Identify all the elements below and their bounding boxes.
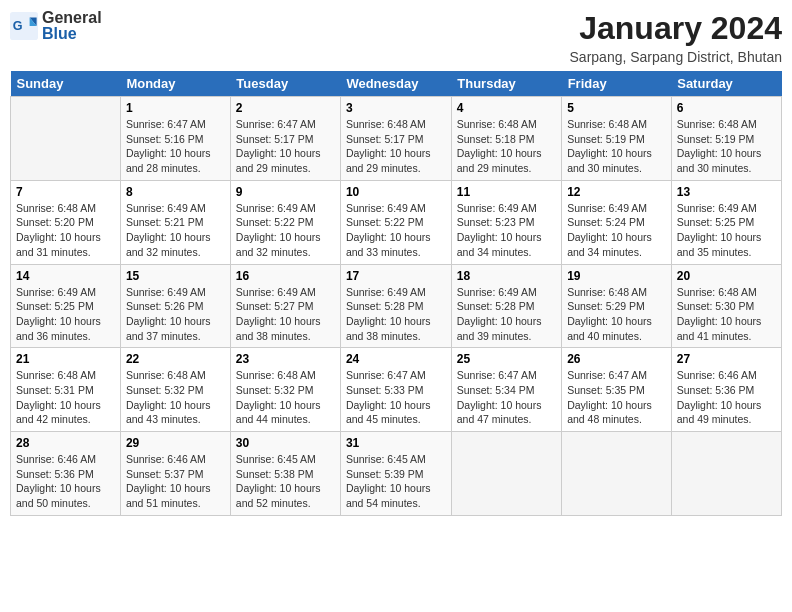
- calendar-cell: 30Sunrise: 6:45 AM Sunset: 5:38 PM Dayli…: [230, 432, 340, 516]
- weekday-header-friday: Friday: [562, 71, 672, 97]
- day-number: 19: [567, 269, 666, 283]
- calendar-cell: 8Sunrise: 6:49 AM Sunset: 5:21 PM Daylig…: [120, 180, 230, 264]
- day-info: Sunrise: 6:48 AM Sunset: 5:31 PM Dayligh…: [16, 368, 115, 427]
- day-number: 28: [16, 436, 115, 450]
- day-info: Sunrise: 6:48 AM Sunset: 5:29 PM Dayligh…: [567, 285, 666, 344]
- day-number: 20: [677, 269, 776, 283]
- day-number: 16: [236, 269, 335, 283]
- day-info: Sunrise: 6:45 AM Sunset: 5:38 PM Dayligh…: [236, 452, 335, 511]
- week-row-2: 7Sunrise: 6:48 AM Sunset: 5:20 PM Daylig…: [11, 180, 782, 264]
- day-info: Sunrise: 6:48 AM Sunset: 5:32 PM Dayligh…: [126, 368, 225, 427]
- calendar-cell: 29Sunrise: 6:46 AM Sunset: 5:37 PM Dayli…: [120, 432, 230, 516]
- day-info: Sunrise: 6:48 AM Sunset: 5:20 PM Dayligh…: [16, 201, 115, 260]
- weekday-header-sunday: Sunday: [11, 71, 121, 97]
- day-info: Sunrise: 6:49 AM Sunset: 5:24 PM Dayligh…: [567, 201, 666, 260]
- day-info: Sunrise: 6:48 AM Sunset: 5:17 PM Dayligh…: [346, 117, 446, 176]
- week-row-1: 1Sunrise: 6:47 AM Sunset: 5:16 PM Daylig…: [11, 97, 782, 181]
- calendar-cell: 17Sunrise: 6:49 AM Sunset: 5:28 PM Dayli…: [340, 264, 451, 348]
- calendar-cell: 5Sunrise: 6:48 AM Sunset: 5:19 PM Daylig…: [562, 97, 672, 181]
- weekday-header-monday: Monday: [120, 71, 230, 97]
- day-number: 23: [236, 352, 335, 366]
- calendar-cell: 2Sunrise: 6:47 AM Sunset: 5:17 PM Daylig…: [230, 97, 340, 181]
- logo-general: General: [42, 10, 102, 26]
- calendar-cell: 20Sunrise: 6:48 AM Sunset: 5:30 PM Dayli…: [671, 264, 781, 348]
- weekday-header-saturday: Saturday: [671, 71, 781, 97]
- day-number: 13: [677, 185, 776, 199]
- calendar-cell: 16Sunrise: 6:49 AM Sunset: 5:27 PM Dayli…: [230, 264, 340, 348]
- logo-text: General Blue: [42, 10, 102, 42]
- day-number: 25: [457, 352, 556, 366]
- day-number: 14: [16, 269, 115, 283]
- day-info: Sunrise: 6:47 AM Sunset: 5:17 PM Dayligh…: [236, 117, 335, 176]
- weekday-header-thursday: Thursday: [451, 71, 561, 97]
- title-block: January 2024 Sarpang, Sarpang District, …: [570, 10, 782, 65]
- day-number: 2: [236, 101, 335, 115]
- day-info: Sunrise: 6:49 AM Sunset: 5:23 PM Dayligh…: [457, 201, 556, 260]
- day-info: Sunrise: 6:49 AM Sunset: 5:28 PM Dayligh…: [346, 285, 446, 344]
- day-number: 29: [126, 436, 225, 450]
- svg-text:G: G: [13, 19, 23, 33]
- calendar-cell: [671, 432, 781, 516]
- week-row-4: 21Sunrise: 6:48 AM Sunset: 5:31 PM Dayli…: [11, 348, 782, 432]
- day-info: Sunrise: 6:49 AM Sunset: 5:22 PM Dayligh…: [346, 201, 446, 260]
- day-info: Sunrise: 6:47 AM Sunset: 5:33 PM Dayligh…: [346, 368, 446, 427]
- header: G General Blue January 2024 Sarpang, Sar…: [10, 10, 782, 65]
- day-number: 31: [346, 436, 446, 450]
- weekday-header-tuesday: Tuesday: [230, 71, 340, 97]
- calendar-table: SundayMondayTuesdayWednesdayThursdayFrid…: [10, 71, 782, 516]
- calendar-cell: 26Sunrise: 6:47 AM Sunset: 5:35 PM Dayli…: [562, 348, 672, 432]
- calendar-cell: 3Sunrise: 6:48 AM Sunset: 5:17 PM Daylig…: [340, 97, 451, 181]
- day-number: 12: [567, 185, 666, 199]
- weekday-header-row: SundayMondayTuesdayWednesdayThursdayFrid…: [11, 71, 782, 97]
- day-number: 18: [457, 269, 556, 283]
- day-number: 15: [126, 269, 225, 283]
- logo-icon: G: [10, 12, 38, 40]
- day-number: 6: [677, 101, 776, 115]
- calendar-cell: 19Sunrise: 6:48 AM Sunset: 5:29 PM Dayli…: [562, 264, 672, 348]
- calendar-cell: 11Sunrise: 6:49 AM Sunset: 5:23 PM Dayli…: [451, 180, 561, 264]
- day-info: Sunrise: 6:49 AM Sunset: 5:27 PM Dayligh…: [236, 285, 335, 344]
- day-number: 1: [126, 101, 225, 115]
- day-number: 4: [457, 101, 556, 115]
- logo: G General Blue: [10, 10, 102, 42]
- day-number: 7: [16, 185, 115, 199]
- day-number: 9: [236, 185, 335, 199]
- day-info: Sunrise: 6:46 AM Sunset: 5:36 PM Dayligh…: [677, 368, 776, 427]
- day-number: 5: [567, 101, 666, 115]
- day-number: 17: [346, 269, 446, 283]
- calendar-cell: 27Sunrise: 6:46 AM Sunset: 5:36 PM Dayli…: [671, 348, 781, 432]
- calendar-cell: 9Sunrise: 6:49 AM Sunset: 5:22 PM Daylig…: [230, 180, 340, 264]
- calendar-cell: 7Sunrise: 6:48 AM Sunset: 5:20 PM Daylig…: [11, 180, 121, 264]
- calendar-cell: [11, 97, 121, 181]
- calendar-cell: 23Sunrise: 6:48 AM Sunset: 5:32 PM Dayli…: [230, 348, 340, 432]
- calendar-cell: 14Sunrise: 6:49 AM Sunset: 5:25 PM Dayli…: [11, 264, 121, 348]
- calendar-cell: 12Sunrise: 6:49 AM Sunset: 5:24 PM Dayli…: [562, 180, 672, 264]
- calendar-cell: 15Sunrise: 6:49 AM Sunset: 5:26 PM Dayli…: [120, 264, 230, 348]
- calendar-cell: 4Sunrise: 6:48 AM Sunset: 5:18 PM Daylig…: [451, 97, 561, 181]
- calendar-cell: 31Sunrise: 6:45 AM Sunset: 5:39 PM Dayli…: [340, 432, 451, 516]
- calendar-cell: 21Sunrise: 6:48 AM Sunset: 5:31 PM Dayli…: [11, 348, 121, 432]
- weekday-header-wednesday: Wednesday: [340, 71, 451, 97]
- day-number: 3: [346, 101, 446, 115]
- day-info: Sunrise: 6:48 AM Sunset: 5:18 PM Dayligh…: [457, 117, 556, 176]
- day-number: 24: [346, 352, 446, 366]
- day-number: 21: [16, 352, 115, 366]
- location: Sarpang, Sarpang District, Bhutan: [570, 49, 782, 65]
- day-number: 27: [677, 352, 776, 366]
- calendar-cell: 18Sunrise: 6:49 AM Sunset: 5:28 PM Dayli…: [451, 264, 561, 348]
- day-info: Sunrise: 6:47 AM Sunset: 5:34 PM Dayligh…: [457, 368, 556, 427]
- day-info: Sunrise: 6:49 AM Sunset: 5:26 PM Dayligh…: [126, 285, 225, 344]
- day-info: Sunrise: 6:46 AM Sunset: 5:36 PM Dayligh…: [16, 452, 115, 511]
- day-info: Sunrise: 6:49 AM Sunset: 5:22 PM Dayligh…: [236, 201, 335, 260]
- calendar-cell: 10Sunrise: 6:49 AM Sunset: 5:22 PM Dayli…: [340, 180, 451, 264]
- calendar-cell: 22Sunrise: 6:48 AM Sunset: 5:32 PM Dayli…: [120, 348, 230, 432]
- calendar-cell: 28Sunrise: 6:46 AM Sunset: 5:36 PM Dayli…: [11, 432, 121, 516]
- calendar-cell: 24Sunrise: 6:47 AM Sunset: 5:33 PM Dayli…: [340, 348, 451, 432]
- calendar-cell: 6Sunrise: 6:48 AM Sunset: 5:19 PM Daylig…: [671, 97, 781, 181]
- day-info: Sunrise: 6:49 AM Sunset: 5:25 PM Dayligh…: [16, 285, 115, 344]
- logo-blue: Blue: [42, 26, 102, 42]
- month-year: January 2024: [570, 10, 782, 47]
- calendar-cell: [451, 432, 561, 516]
- day-number: 30: [236, 436, 335, 450]
- day-number: 8: [126, 185, 225, 199]
